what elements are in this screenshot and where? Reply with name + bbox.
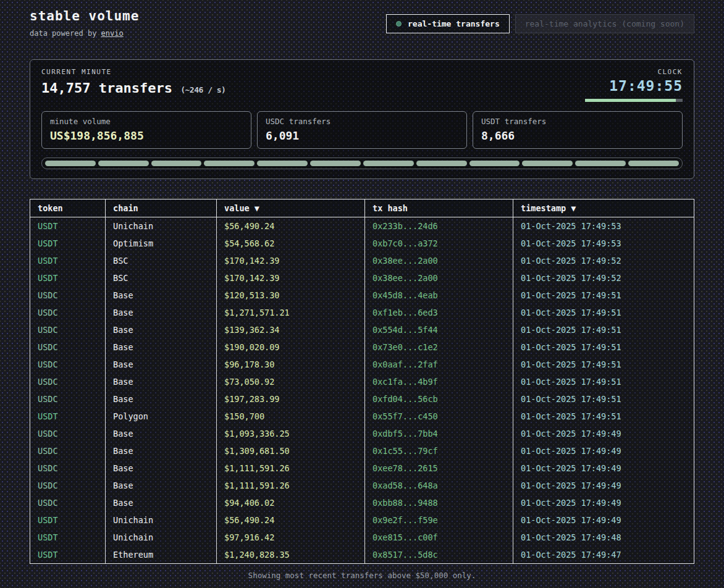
clock-label: CLOCK — [585, 68, 683, 76]
cell-timestamp: 01-Oct-2025 17:49:47 — [513, 546, 694, 563]
cell-tx-hash[interactable]: 0x0aaf...2faf — [365, 356, 513, 373]
current-minute-label: CURRENT MINUTE — [41, 68, 225, 76]
cell-tx-hash[interactable]: 0xfd04...56cb — [365, 390, 513, 408]
stat-minute-volume: minute volume US$198,856,885 — [41, 111, 251, 149]
cell-tx-hash[interactable]: 0x45d8...4eab — [365, 287, 513, 304]
column-header-tx-hash[interactable]: tx hash — [365, 200, 513, 217]
cell-value: $120,513.30 — [217, 287, 365, 304]
activity-segment — [151, 161, 202, 166]
cell-timestamp: 01-Oct-2025 17:49:51 — [513, 390, 694, 408]
cell-tx-hash[interactable]: 0x8517...5d8c — [365, 546, 513, 563]
footer-note: Showing most recent transfers above $50,… — [30, 571, 694, 580]
cell-tx-hash[interactable]: 0xf1eb...6ed3 — [365, 304, 513, 321]
column-header-timestamp[interactable]: timestamp ▼ — [513, 200, 694, 217]
cell-token: USDC — [30, 338, 106, 356]
cell-chain: Unichain — [106, 217, 217, 235]
cell-value: $54,568.62 — [217, 235, 365, 252]
cell-chain: Base — [106, 425, 217, 442]
cell-token: USDC — [30, 321, 106, 338]
cell-timestamp: 01-Oct-2025 17:49:49 — [513, 477, 694, 494]
cell-chain: BSC — [106, 269, 217, 287]
cell-value: $1,240,828.35 — [217, 546, 365, 563]
table-row: USDT BSC $170,142.39 0x38ee...2a00 01-Oc… — [30, 269, 694, 287]
table-row: USDT Unichain $56,490.24 0x233b...24d6 0… — [30, 217, 694, 235]
cell-tx-hash[interactable]: 0x233b...24d6 — [365, 217, 513, 235]
cell-chain: Unichain — [106, 511, 217, 529]
table-row: USDT BSC $170,142.39 0x38ee...2a00 01-Oc… — [30, 252, 694, 269]
cell-tx-hash[interactable]: 0x554d...5f44 — [365, 321, 513, 338]
cell-chain: Base — [106, 321, 217, 338]
cell-tx-hash[interactable]: 0xe815...c00f — [365, 529, 513, 546]
cell-token: USDC — [30, 425, 106, 442]
branding: stable volume data powered by envio — [30, 9, 139, 38]
envio-link[interactable]: envio — [101, 29, 124, 38]
table-row: USDC Base $94,406.02 0xbb88...9488 01-Oc… — [30, 494, 694, 511]
activity-segment — [310, 161, 361, 166]
cell-timestamp: 01-Oct-2025 17:49:51 — [513, 356, 694, 373]
table-row: USDC Base $96,178.30 0x0aaf...2faf 01-Oc… — [30, 356, 694, 373]
cell-chain: Polygon — [106, 408, 217, 425]
cell-tx-hash[interactable]: 0x38ee...2a00 — [365, 269, 513, 287]
tab-real-time-analytics[interactable]: real-time analytics (coming soon) — [515, 14, 694, 33]
column-header-value[interactable]: value ▼ — [217, 200, 365, 217]
cell-token: USDT — [30, 269, 106, 287]
cell-token: USDT — [30, 546, 106, 563]
stat-label: USDC transfers — [266, 117, 458, 126]
cell-tx-hash[interactable]: 0xdbf5...7bb4 — [365, 425, 513, 442]
cell-token: USDT — [30, 511, 106, 529]
cell-timestamp: 01-Oct-2025 17:49:48 — [513, 529, 694, 546]
cell-tx-hash[interactable]: 0x38ee...2a00 — [365, 252, 513, 269]
activity-segment — [416, 161, 467, 166]
activity-segment — [257, 161, 308, 166]
cell-tx-hash[interactable]: 0xad58...648a — [365, 477, 513, 494]
table-row: USDT Ethereum $1,240,828.35 0x8517...5d8… — [30, 546, 694, 563]
cell-tx-hash[interactable]: 0xbb88...9488 — [365, 494, 513, 511]
cell-timestamp: 01-Oct-2025 17:49:51 — [513, 287, 694, 304]
column-header-chain[interactable]: chain — [106, 200, 217, 217]
minute-progress-bar — [585, 99, 683, 102]
cell-token: USDC — [30, 390, 106, 408]
cell-value: $94,406.02 — [217, 494, 365, 511]
cell-value: $56,490.24 — [217, 217, 365, 235]
cell-token: USDC — [30, 287, 106, 304]
tab-label: real-time analytics (coming soon) — [525, 19, 684, 28]
cell-token: USDC — [30, 494, 106, 511]
cell-tx-hash[interactable]: 0x9e2f...f59e — [365, 511, 513, 529]
cell-value: $150,700 — [217, 408, 365, 425]
table-row: USDT Unichain $56,490.24 0x9e2f...f59e 0… — [30, 511, 694, 529]
column-header-token[interactable]: token — [30, 200, 106, 217]
cell-timestamp: 01-Oct-2025 17:49:51 — [513, 338, 694, 356]
cell-tx-hash[interactable]: 0xb7c0...a372 — [365, 235, 513, 252]
transfers-headline-block: CURRENT MINUTE 14,757 transfers (~246 / … — [41, 68, 225, 102]
cell-value: $56,490.24 — [217, 511, 365, 529]
cell-value: $139,362.34 — [217, 321, 365, 338]
stat-value: 6,091 — [266, 129, 458, 142]
cell-timestamp: 01-Oct-2025 17:49:49 — [513, 442, 694, 460]
cell-chain: Base — [106, 373, 217, 390]
cell-token: USDT — [30, 235, 106, 252]
cell-tx-hash[interactable]: 0xc1fa...4b9f — [365, 373, 513, 390]
cell-tx-hash[interactable]: 0xee78...2615 — [365, 460, 513, 477]
cell-timestamp: 01-Oct-2025 17:49:52 — [513, 269, 694, 287]
table-row: USDT Polygon $150,700 0x55f7...c450 01-O… — [30, 408, 694, 425]
table-row: USDC Base $197,283.99 0xfd04...56cb 01-O… — [30, 390, 694, 408]
cell-value: $96,178.30 — [217, 356, 365, 373]
tab-real-time-transfers[interactable]: real-time transfers — [386, 14, 510, 33]
cell-token: USDC — [30, 442, 106, 460]
cell-token: USDT — [30, 217, 106, 235]
cell-tx-hash[interactable]: 0x73e0...c1e2 — [365, 338, 513, 356]
cell-chain: Base — [106, 338, 217, 356]
table-body: USDT Unichain $56,490.24 0x233b...24d6 0… — [30, 217, 694, 563]
cell-tx-hash[interactable]: 0x1c55...79cf — [365, 442, 513, 460]
cell-timestamp: 01-Oct-2025 17:49:53 — [513, 217, 694, 235]
cell-chain: Base — [106, 477, 217, 494]
cell-value: $190,020.09 — [217, 338, 365, 356]
cell-tx-hash[interactable]: 0x55f7...c450 — [365, 408, 513, 425]
stat-value: 8,666 — [481, 129, 674, 142]
page: stable volume data powered by envio real… — [0, 0, 724, 580]
top-bar: stable volume data powered by envio real… — [30, 9, 694, 38]
transfers-count: 14,757 transfers (~246 / s) — [41, 80, 225, 96]
minute-progress-fill — [585, 99, 676, 102]
page-title: stable volume — [30, 9, 139, 23]
cell-timestamp: 01-Oct-2025 17:49:51 — [513, 304, 694, 321]
